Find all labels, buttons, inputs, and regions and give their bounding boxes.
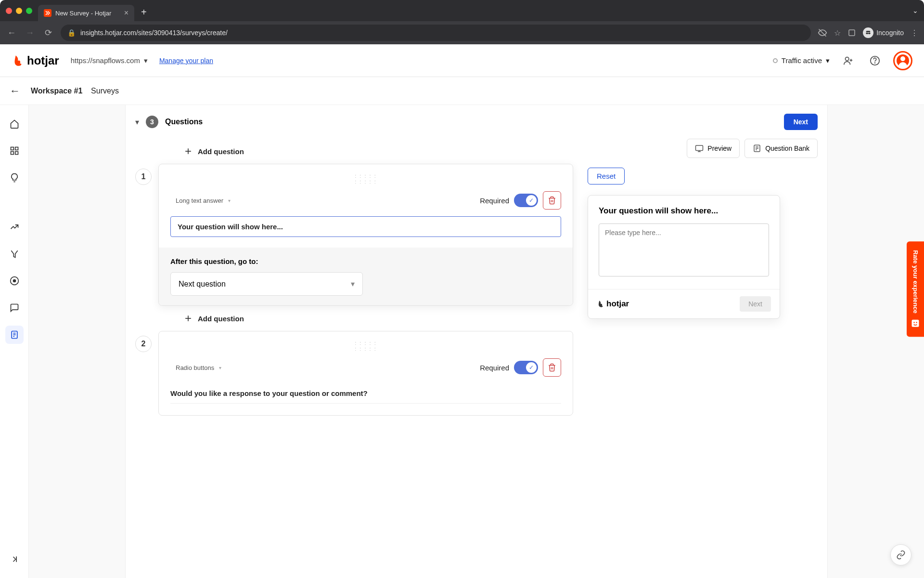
question-card: : : : : :: : : : : Long text answer ▾ Re… (158, 164, 573, 306)
question-number-badge: 1 (135, 169, 152, 185)
back-arrow-button[interactable]: ← (10, 85, 20, 97)
preview-button-label: Preview (707, 144, 732, 152)
drag-handle-icon[interactable]: : : : : :: : : : : (170, 340, 561, 352)
left-nav-rail (0, 105, 29, 578)
delete-question-button[interactable] (543, 191, 561, 210)
question-text-input[interactable] (170, 216, 561, 237)
nav-collapse-icon[interactable] (5, 550, 24, 568)
tab-overflow-icon[interactable]: ⌄ (912, 7, 918, 14)
extensions-icon[interactable] (847, 28, 856, 37)
close-window-button[interactable] (6, 8, 12, 14)
question-card: : : : : :: : : : : Radio buttons ▾ Requi… (158, 331, 573, 416)
section-collapse-toggle[interactable]: ▾ (135, 118, 139, 127)
nav-home-icon[interactable] (5, 115, 24, 133)
nav-dashboard-icon[interactable] (5, 142, 24, 160)
incognito-badge: Incognito (863, 27, 904, 38)
browser-toolbar: ← → ⟳ 🔒 insights.hotjar.com/sites/309041… (0, 21, 924, 44)
section-header: ▾ 3 Questions Next (126, 105, 827, 139)
question-type-label: Long text answer (176, 197, 223, 204)
url-text: insights.hotjar.com/sites/3090413/survey… (80, 29, 228, 37)
preview-next-button[interactable]: Next (740, 296, 771, 312)
svg-point-14 (13, 280, 15, 282)
required-toggle[interactable]: ✓ (514, 361, 538, 374)
question-bank-label: Question Bank (765, 144, 809, 152)
add-question-button-mid[interactable]: Add question (135, 306, 573, 331)
nav-recordings-icon[interactable] (5, 272, 24, 290)
bookmark-star-icon[interactable]: ☆ (834, 28, 841, 38)
question-type-label: Radio buttons (176, 364, 214, 371)
user-avatar[interactable] (893, 51, 912, 70)
questions-editor-column: Add question 1 : : : : :: : : : : Long t… (135, 139, 573, 416)
svg-point-32 (913, 322, 915, 323)
nav-funnels-icon[interactable] (5, 245, 24, 263)
traffic-status-label: Traffic active (782, 56, 822, 65)
nav-feedback-icon[interactable] (5, 299, 24, 317)
survey-preview-widget: Your question will show here... hotjar N… (588, 195, 780, 319)
toggle-knob-icon: ✓ (526, 362, 537, 373)
invite-user-button[interactable] (839, 52, 857, 69)
preview-hotjar-logo: hotjar (597, 299, 629, 309)
forward-button[interactable]: → (24, 28, 36, 38)
svg-rect-12 (15, 152, 18, 155)
question-block: 1 : : : : :: : : : : Long text answer ▾ … (135, 164, 573, 306)
browser-tab-strip: New Survey - Hotjar × + ⌄ (0, 0, 924, 21)
manage-plan-link[interactable]: Manage your plan (159, 57, 213, 65)
window-controls (6, 8, 32, 14)
reset-button[interactable]: Reset (588, 168, 625, 184)
feedback-side-tab[interactable]: Rate your experience (907, 241, 924, 337)
smiley-icon (911, 318, 920, 328)
help-button[interactable] (866, 52, 884, 69)
svg-rect-10 (15, 147, 18, 150)
nav-trends-icon[interactable] (5, 218, 24, 236)
question-bank-button[interactable]: Question Bank (744, 139, 818, 158)
preview-column: Preview Question Bank Reset Your questio… (588, 139, 818, 416)
drag-handle-icon[interactable]: : : : : :: : : : : (170, 173, 561, 184)
svg-rect-31 (912, 319, 919, 327)
question-type-selector[interactable]: Long text answer ▾ (170, 194, 236, 208)
preview-answer-textarea[interactable] (599, 223, 769, 276)
close-tab-icon[interactable]: × (124, 9, 128, 17)
delete-question-button[interactable] (543, 358, 561, 377)
question-number-badge: 2 (135, 336, 152, 352)
question-text-input[interactable] (170, 383, 561, 404)
browser-tab[interactable]: New Survey - Hotjar × (38, 5, 134, 21)
status-dot-icon (773, 58, 778, 63)
nav-highlights-icon[interactable] (5, 169, 24, 187)
eye-off-icon[interactable] (818, 28, 827, 38)
reload-button[interactable]: ⟳ (42, 27, 54, 38)
lock-icon: 🔒 (67, 29, 76, 37)
toggle-knob-icon: ✓ (526, 195, 537, 206)
svg-rect-9 (11, 147, 13, 150)
breadcrumb-section[interactable]: Surveys (91, 87, 119, 95)
svg-point-4 (846, 57, 849, 60)
question-type-selector[interactable]: Radio buttons ▾ (170, 361, 227, 375)
preview-button[interactable]: Preview (687, 139, 740, 158)
chevron-down-icon: ▾ (351, 279, 355, 289)
add-question-button-top[interactable]: Add question (135, 139, 573, 164)
chevron-down-icon: ▾ (228, 198, 231, 203)
goto-selector[interactable]: Next question ▾ (170, 272, 363, 296)
logo-text: hotjar (27, 54, 59, 67)
next-step-button[interactable]: Next (784, 114, 818, 130)
goto-value: Next question (179, 280, 226, 289)
browser-menu-icon[interactable]: ⋮ (911, 28, 918, 38)
address-bar[interactable]: 🔒 insights.hotjar.com/sites/3090413/surv… (61, 25, 811, 41)
share-link-button[interactable] (890, 544, 911, 565)
incognito-label: Incognito (876, 29, 904, 37)
site-selector[interactable]: https://snapflows.com ▾ (71, 56, 148, 65)
minimize-window-button[interactable] (16, 8, 22, 14)
question-block: 2 : : : : :: : : : : Radio buttons ▾ Req… (135, 331, 573, 416)
maximize-window-button[interactable] (26, 8, 32, 14)
required-label: Required (480, 197, 509, 205)
back-button[interactable]: ← (6, 28, 17, 38)
traffic-status-dropdown[interactable]: Traffic active ▾ (773, 56, 830, 65)
new-tab-button[interactable]: + (141, 7, 147, 18)
breadcrumb-workspace[interactable]: Workspace #1 (31, 87, 82, 95)
svg-point-33 (916, 322, 917, 323)
avatar-icon (897, 54, 909, 67)
required-toggle[interactable]: ✓ (514, 194, 538, 207)
required-label: Required (480, 364, 509, 372)
nav-surveys-icon[interactable] (5, 326, 24, 344)
hotjar-logo[interactable]: hotjar (12, 54, 59, 67)
preview-brand-text: hotjar (606, 299, 629, 309)
